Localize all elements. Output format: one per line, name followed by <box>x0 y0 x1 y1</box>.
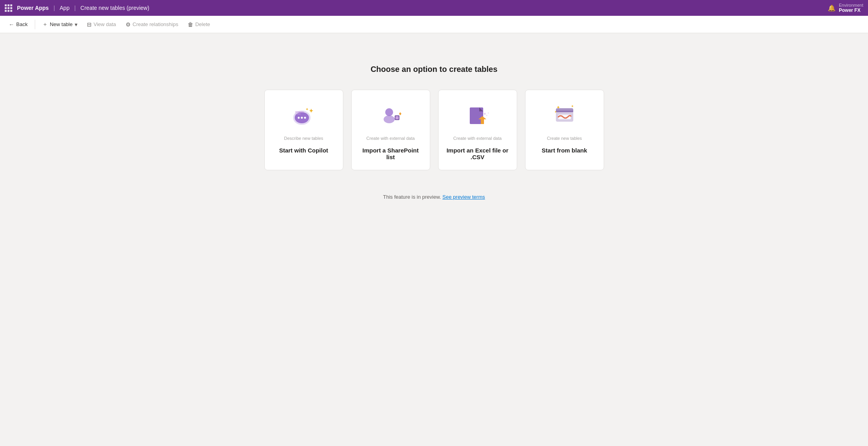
plus-icon: ＋ <box>42 21 48 28</box>
notification-icon[interactable]: 🔔 <box>828 4 836 12</box>
topbar: Power Apps | App | Create new tables (pr… <box>0 0 868 16</box>
back-label: Back <box>16 21 28 27</box>
svg-rect-6 <box>295 113 301 115</box>
sharepoint-card-label: Import a SharePoint list <box>360 147 422 160</box>
excel-card-subtitle: Create with external data <box>453 136 501 141</box>
main-heading: Choose an option to create tables <box>371 65 497 74</box>
brand-label: Power Apps <box>17 5 49 11</box>
new-table-label: New table <box>50 21 73 27</box>
svg-point-18 <box>484 113 486 115</box>
footer-note-text: This feature is in preview. <box>383 194 441 200</box>
svg-text:✦: ✦ <box>571 104 574 108</box>
svg-point-10 <box>384 115 395 123</box>
toolbar-divider-1 <box>35 20 35 29</box>
svg-point-2 <box>297 117 299 119</box>
environment-label: Environment <box>839 3 863 8</box>
footer-note: This feature is in preview. See preview … <box>383 194 485 200</box>
create-relationships-button[interactable]: ⚙ Create relationships <box>122 19 183 30</box>
new-table-button[interactable]: ＋ New table ▾ <box>38 19 81 30</box>
sharepoint-icon <box>375 101 407 130</box>
back-icon: ← <box>9 21 14 28</box>
relationships-icon: ⚙ <box>126 21 131 28</box>
copilot-card-label: Start with Copilot <box>279 147 328 154</box>
svg-point-19 <box>486 115 487 116</box>
apps-grid-icon[interactable] <box>5 4 12 12</box>
view-data-icon: ⊟ <box>87 21 92 28</box>
sharepoint-card-subtitle: Create with external data <box>366 136 414 141</box>
preview-terms-link[interactable]: See preview terms <box>442 194 485 200</box>
svg-marker-13 <box>399 112 401 115</box>
svg-rect-5 <box>295 111 304 113</box>
environment-info: Environment Power FX <box>839 3 863 13</box>
excel-card[interactable]: Create with external data Import an Exce… <box>438 90 517 170</box>
blank-card-subtitle: Create new tables <box>547 136 582 141</box>
chevron-down-icon: ▾ <box>75 21 77 28</box>
copilot-icon: ✦ ✦ <box>288 101 320 130</box>
svg-text:✦: ✦ <box>556 105 560 110</box>
delete-icon: 🗑 <box>188 21 193 28</box>
toolbar: ← Back ＋ New table ▾ ⊟ View data ⚙ Creat… <box>0 16 868 33</box>
svg-point-4 <box>304 117 306 119</box>
view-data-button[interactable]: ⊟ View data <box>83 19 120 30</box>
blank-card[interactable]: ✦ ✦ ✦ Create new tables Start from blank <box>525 90 604 170</box>
environment-name: Power FX <box>839 8 863 13</box>
delete-button[interactable]: 🗑 Delete <box>184 19 214 30</box>
svg-point-9 <box>385 108 393 116</box>
copilot-card-subtitle: Describe new tables <box>284 136 323 141</box>
delete-label: Delete <box>195 21 210 27</box>
main-content: Choose an option to create tables ✦ <box>0 33 868 446</box>
sep2: | <box>74 5 76 11</box>
blank-card-label: Start from blank <box>542 147 587 154</box>
copilot-card[interactable]: ✦ ✦ Describe new tables Start with Copil… <box>264 90 343 170</box>
view-data-label: View data <box>94 21 116 27</box>
svg-text:✦: ✦ <box>305 107 309 111</box>
topbar-right: 🔔 Environment Power FX <box>828 3 863 13</box>
svg-point-3 <box>301 117 303 119</box>
svg-point-20 <box>488 113 489 114</box>
sep1: | <box>53 5 55 11</box>
back-button[interactable]: ← Back <box>5 19 32 30</box>
page-title: Create new tables (preview) <box>81 5 149 11</box>
svg-text:✦: ✦ <box>554 110 557 114</box>
create-relationships-label: Create relationships <box>133 21 179 27</box>
cards-container: ✦ ✦ Describe new tables Start with Copil… <box>264 90 604 170</box>
svg-rect-23 <box>556 111 573 112</box>
app-label: App <box>60 5 70 11</box>
blank-icon: ✦ ✦ ✦ <box>549 101 580 130</box>
excel-card-label: Import an Excel file or .CSV <box>446 147 509 160</box>
sharepoint-card[interactable]: Create with external data Import a Share… <box>351 90 430 170</box>
excel-icon <box>462 101 493 130</box>
svg-rect-12 <box>395 116 399 119</box>
svg-text:✦: ✦ <box>309 107 314 114</box>
